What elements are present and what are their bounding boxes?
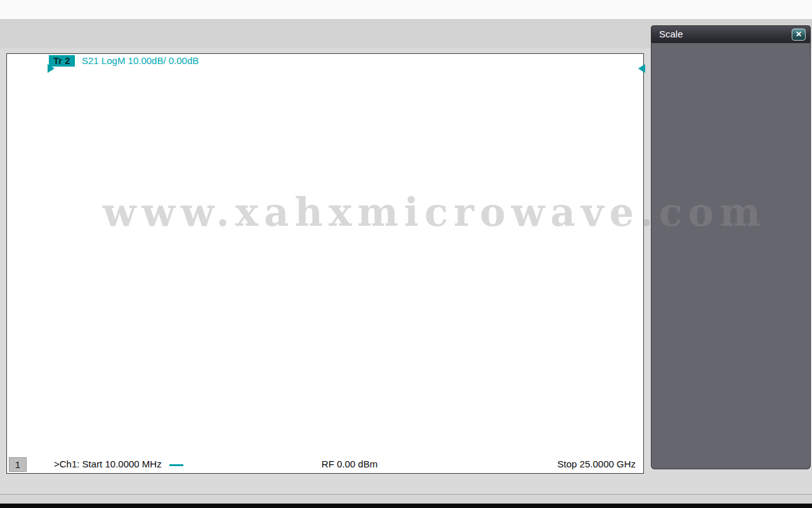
start-frequency-text: >Ch1: Start 10.0000 MHz [54,459,162,469]
scale-dialog-title: Scale [652,26,810,42]
graticule-and-trace [55,68,639,456]
scale-dialog: Scale ✕ [651,25,811,469]
reference-position-marker-right [638,64,645,73]
bottom-strip [0,494,812,504]
trace-color-key [169,464,183,466]
scale-dialog-titlebar[interactable]: Scale ✕ [651,25,811,43]
stop-frequency-label: Stop 25.0000 GHz [558,459,636,469]
bottom-black-bar [0,504,812,508]
rf-power-label: RF 0.00 dBm [273,459,426,469]
close-icon[interactable]: ✕ [792,29,806,41]
scale-button-column [657,43,750,53]
plot-panel[interactable]: Tr 2 S21 LogM 10.00dB/ 0.00dB 1 >Ch1: St… [6,53,644,474]
trace-badge[interactable]: Tr 2 [49,55,75,67]
trace-format-label: S21 LogM 10.00dB/ 0.00dB [82,55,199,67]
scale-dialog-body [651,43,811,469]
status-bar [0,476,812,493]
channel-badge[interactable]: 1 [9,457,27,472]
menu-bar [0,0,812,19]
start-frequency-label: >Ch1: Start 10.0000 MHz [54,459,183,469]
stimulus-row: 1 >Ch1: Start 10.0000 MHz RF 0.00 dBm St… [7,457,643,473]
